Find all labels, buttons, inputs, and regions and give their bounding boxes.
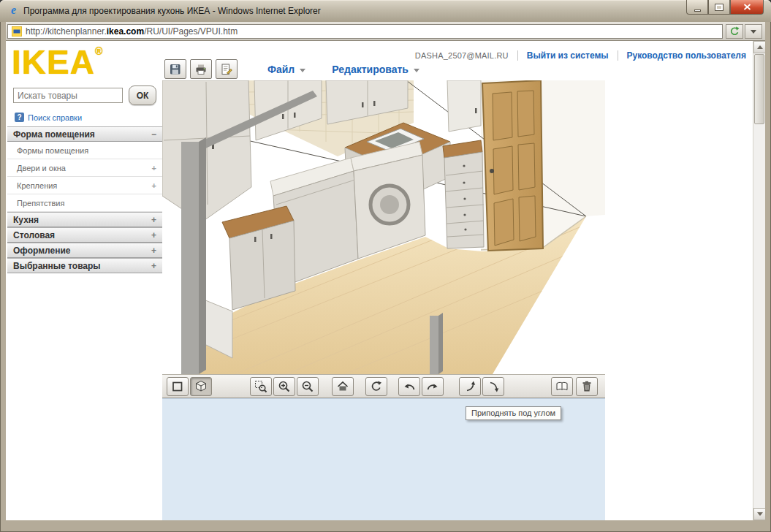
price-list-icon [220,63,233,76]
walk-right-button[interactable] [422,377,444,396]
viewport-toolbar [162,374,605,398]
zoom-in-icon [278,380,291,393]
home-icon [336,380,349,393]
save-button[interactable] [164,59,186,79]
chevron-down-icon [751,30,756,34]
url-text: http://kitchenplanner.ikea.com/RU/UI/Pag… [26,26,238,37]
sidebar-item-fixtures[interactable]: Крепления + [7,177,162,194]
chevron-down-icon [414,69,419,72]
sidebar-item-doors-windows[interactable]: Двери и окна + [7,159,162,177]
price-list-button[interactable] [216,59,238,79]
help-icon: ? [15,113,24,122]
2d-view-icon [171,380,184,393]
expand-icon[interactable]: + [151,230,156,240]
divider [618,50,618,61]
titlebar[interactable]: e Программа для проектирования кухонь ИК… [0,0,771,22]
catalog-book-icon [555,380,569,393]
page-content: IKEA® [6,41,765,520]
address-dropdown-button[interactable] [745,24,762,39]
expand-icon[interactable]: + [151,215,156,225]
accordion-section-dining[interactable]: Столовая + [7,227,162,243]
kitchen-3d-scene [162,80,605,374]
zoom-selection-icon [254,380,267,393]
trash-icon [580,380,593,393]
print-button[interactable] [190,59,212,79]
accordion-section-selected-items[interactable]: Выбранные товары + [7,258,162,273]
help-search-link[interactable]: ? Поиск справки [15,113,82,122]
browser-window: e Программа для проектирования кухонь ИК… [0,0,771,532]
curved-arrow-right-icon [426,380,439,393]
sidebar-item-room-shapes[interactable]: Формы помещения [7,142,162,159]
logout-link[interactable]: Выйти из системы [527,50,609,61]
tilt-down-arrow-icon [487,380,500,393]
scroll-down-button[interactable] [753,508,765,520]
tilt-up-arrow-icon [463,380,476,393]
print-icon [194,63,208,76]
user-email: DASHA_2507@MAIL.RU [415,51,509,60]
walk-left-button[interactable] [398,377,420,396]
delete-item-button[interactable] [576,377,598,396]
curved-arrow-left-icon [403,380,416,393]
site-favicon [12,26,22,37]
expand-icon[interactable]: + [151,261,156,271]
home-view-button[interactable] [332,377,354,396]
close-button[interactable] [730,0,764,15]
window-title: Программа для проектирования кухонь ИКЕА… [23,6,321,16]
view-3d-button[interactable] [190,377,212,396]
expand-icon[interactable]: + [151,246,156,256]
accordion-section-kitchen[interactable]: Кухня + [7,212,162,227]
close-icon [743,4,751,10]
tilt-up-button[interactable] [459,377,481,396]
divider [517,50,518,61]
zoom-out-icon [301,380,314,393]
chevron-down-icon [300,69,305,72]
tilt-down-button[interactable] [482,377,504,396]
catalog-view-button[interactable] [551,377,573,396]
tooltip: Приподнять под углом [466,406,561,420]
registered-mark: ® [95,45,102,57]
planner-3d-viewport[interactable] [162,80,605,374]
menu-file[interactable]: Файл [267,64,305,75]
zoom-out-button[interactable] [297,377,319,396]
expand-icon[interactable]: + [152,164,156,172]
menu-bar: Файл Редактировать [267,64,419,75]
document-toolbar [164,59,238,79]
ikea-logo: IKEA® [12,45,102,79]
scrollbar-thumb[interactable] [754,54,764,124]
search-input[interactable] [13,88,123,103]
view-2d-button[interactable] [167,377,189,396]
accordion-section-decoration[interactable]: Оформление + [7,243,162,258]
accordion-section-room-shape[interactable]: Форма помещения − [7,126,162,142]
url-input[interactable]: http://kitchenplanner.ikea.com/RU/UI/Pag… [7,24,723,39]
3d-cube-icon [194,380,208,393]
collapse-icon[interactable]: − [151,129,156,140]
arrow-down-icon [757,512,763,516]
address-bar: http://kitchenplanner.ikea.com/RU/UI/Pag… [6,22,765,41]
zoom-selection-button[interactable] [250,377,272,396]
maximize-icon [715,4,723,10]
minimize-button[interactable] [686,0,708,15]
menu-edit[interactable]: Редактировать [332,64,419,75]
sidebar-item-obstacles[interactable]: Препятствия [7,194,162,212]
scroll-up-button[interactable] [753,41,765,53]
save-icon [169,63,182,76]
rotate-view-button[interactable] [365,377,387,396]
ie-icon: e [7,4,20,16]
rotate-icon [370,380,383,393]
zoom-in-button[interactable] [273,377,295,396]
expand-icon[interactable]: + [152,181,156,190]
user-manual-link[interactable]: Руководство пользователя [627,50,746,61]
search-ok-button[interactable]: ОК [129,86,156,105]
vertical-scrollbar[interactable] [753,41,765,520]
refresh-icon [729,26,740,37]
minimize-icon [694,10,701,12]
arrow-up-icon [757,45,763,49]
account-area: DASHA_2507@MAIL.RU Выйти из системы Руко… [415,50,746,61]
refresh-button[interactable] [726,24,743,39]
maximize-button[interactable] [708,0,730,15]
